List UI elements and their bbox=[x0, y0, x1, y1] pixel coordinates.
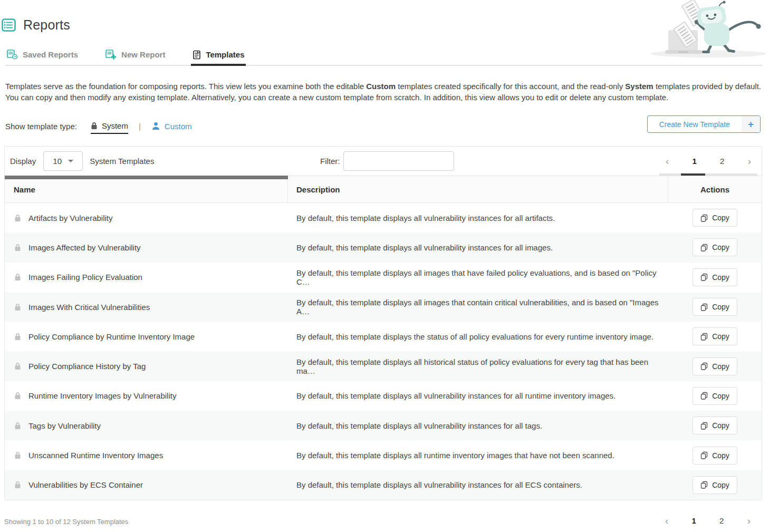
template-description: By default, this template displays all v… bbox=[288, 480, 668, 489]
table-row: Images With Critical Vulnerabilities By … bbox=[5, 292, 762, 322]
next-page-icon[interactable]: › bbox=[748, 156, 751, 166]
user-icon bbox=[151, 122, 160, 130]
template-name: Tags by Vulnerability bbox=[28, 421, 101, 430]
actions-cell: Copy bbox=[668, 417, 762, 434]
copy-button[interactable]: Copy bbox=[693, 238, 737, 256]
actions-cell: Copy bbox=[668, 238, 762, 256]
template-description: By default, this template displays the s… bbox=[288, 332, 668, 341]
template-description: By default, this template displays all i… bbox=[288, 268, 668, 286]
copy-button[interactable]: Copy bbox=[693, 357, 737, 375]
copy-label: Copy bbox=[712, 303, 729, 311]
table-row: Tags by Vulnerability By default, this t… bbox=[5, 411, 762, 440]
column-header-description: Description bbox=[288, 176, 668, 202]
prev-page-icon[interactable]: ‹ bbox=[665, 516, 668, 526]
actions-cell: Copy bbox=[668, 209, 762, 227]
copy-label: Copy bbox=[712, 392, 729, 400]
template-name-cell: Policy Compliance by Runtime Inventory I… bbox=[5, 332, 288, 341]
chevron-down-icon bbox=[68, 160, 73, 162]
intro-segment: Templates serve as the foundation for co… bbox=[5, 82, 366, 91]
prev-page-icon[interactable]: ‹ bbox=[666, 156, 669, 166]
table-controls: Display 10 System Templates Filter: ‹ 1 … bbox=[5, 147, 762, 176]
display-label: Display bbox=[10, 157, 36, 166]
copy-label: Copy bbox=[712, 273, 729, 282]
copy-button[interactable]: Copy bbox=[693, 327, 737, 345]
copy-label: Copy bbox=[712, 451, 729, 460]
tab-saved-reports[interactable]: Saved Reports bbox=[5, 50, 80, 66]
lock-icon bbox=[14, 273, 21, 281]
page-number-1[interactable]: 1 bbox=[693, 157, 697, 166]
template-name-cell: Policy Compliance History by Tag bbox=[5, 362, 288, 371]
results-summary: Showing 1 to 10 of 12 System Templates bbox=[4, 518, 128, 526]
template-description: By default, this template displays all h… bbox=[288, 357, 668, 375]
lock-icon bbox=[14, 422, 21, 430]
table-row: Artifacts by Vulnerability By default, t… bbox=[5, 203, 762, 233]
table-row: Unscanned Runtime Inventory Images By de… bbox=[5, 440, 762, 470]
intro-text: Templates serve as the foundation for co… bbox=[5, 81, 762, 103]
copy-button[interactable]: Copy bbox=[693, 268, 737, 286]
lock-icon bbox=[14, 362, 21, 370]
copy-icon bbox=[700, 303, 708, 311]
filter-group: Filter: bbox=[320, 151, 454, 171]
table-row: Policy Compliance History by Tag By defa… bbox=[5, 351, 762, 381]
tab-new-report[interactable]: New Report bbox=[104, 50, 167, 66]
table-row: Policy Compliance by Runtime Inventory I… bbox=[5, 322, 762, 351]
page-footer: Showing 1 to 10 of 12 System Templates ‹… bbox=[4, 500, 762, 532]
copy-label: Copy bbox=[712, 421, 729, 430]
next-page-icon[interactable]: › bbox=[747, 516, 751, 526]
page-number-1[interactable]: 1 bbox=[692, 516, 696, 525]
template-type-system[interactable]: System bbox=[91, 121, 128, 134]
tab-templates[interactable]: Templates bbox=[191, 50, 246, 66]
lock-icon bbox=[14, 481, 21, 489]
filter-input[interactable] bbox=[343, 151, 454, 171]
template-name-cell: Unscanned Runtime Inventory Images bbox=[5, 451, 288, 460]
new-report-icon bbox=[105, 50, 117, 60]
copy-label: Copy bbox=[712, 243, 729, 252]
sort-indicator bbox=[5, 176, 288, 179]
column-header-actions-label: Actions bbox=[700, 185, 729, 194]
template-name-cell: Images Affected by Vulnerability bbox=[5, 243, 288, 252]
template-description: By default, this template displays all i… bbox=[288, 298, 668, 316]
column-header-name[interactable]: Name bbox=[5, 176, 288, 202]
template-name-cell: Tags by Vulnerability bbox=[5, 421, 288, 430]
pagination-top: ‹ 1 2 › bbox=[659, 147, 757, 176]
display-caption: System Templates bbox=[90, 157, 154, 166]
copy-button[interactable]: Copy bbox=[693, 417, 737, 434]
template-name: Policy Compliance by Runtime Inventory I… bbox=[28, 332, 195, 341]
template-type-custom[interactable]: Custom bbox=[151, 122, 192, 131]
template-type-row: Show template type: System | Custom Crea… bbox=[5, 117, 762, 136]
column-header-actions: Actions bbox=[668, 176, 762, 202]
actions-cell: Copy bbox=[668, 447, 762, 465]
template-name-cell: Images With Critical Vulnerabilities bbox=[5, 303, 288, 312]
tab-label: Saved Reports bbox=[23, 50, 78, 59]
pagination-active-indicator bbox=[681, 173, 706, 176]
copy-label: Copy bbox=[712, 214, 729, 222]
copy-icon bbox=[700, 451, 708, 459]
copy-button[interactable]: Copy bbox=[693, 476, 737, 494]
filter-label: Filter: bbox=[320, 157, 340, 166]
copy-label: Copy bbox=[712, 332, 729, 341]
actions-cell: Copy bbox=[668, 357, 762, 375]
lock-icon bbox=[14, 303, 21, 311]
copy-button[interactable]: Copy bbox=[693, 298, 737, 316]
table-row: Images Affected by Vulnerability By defa… bbox=[5, 233, 762, 262]
actions-cell: Copy bbox=[668, 298, 762, 316]
intro-segment: templates created specifically for this … bbox=[396, 82, 625, 91]
page-title: Reports bbox=[23, 17, 70, 33]
actions-cell: Copy bbox=[668, 387, 762, 405]
intro-bold-system: System bbox=[625, 82, 653, 91]
create-new-template-label: Create New Template bbox=[648, 116, 742, 132]
copy-button[interactable]: Copy bbox=[693, 209, 737, 227]
display-count-select[interactable]: 10 bbox=[43, 151, 83, 171]
page-number-2[interactable]: 2 bbox=[720, 157, 724, 166]
pagination-bottom: ‹ 1 2 › bbox=[659, 508, 757, 532]
template-name: Runtime Inventory Images by Vulnerabilit… bbox=[28, 391, 176, 400]
template-description: By default, this template displays all v… bbox=[288, 243, 668, 252]
template-type-custom-label: Custom bbox=[165, 122, 192, 131]
page-number-2[interactable]: 2 bbox=[719, 516, 724, 525]
copy-button[interactable]: Copy bbox=[693, 447, 737, 465]
template-type-system-label: System bbox=[102, 121, 128, 130]
template-description: By default, this template displays all r… bbox=[288, 451, 668, 460]
create-new-template-button[interactable]: Create New Template + bbox=[647, 115, 761, 133]
table-header: Name Description Actions bbox=[5, 176, 762, 203]
copy-button[interactable]: Copy bbox=[693, 387, 737, 405]
